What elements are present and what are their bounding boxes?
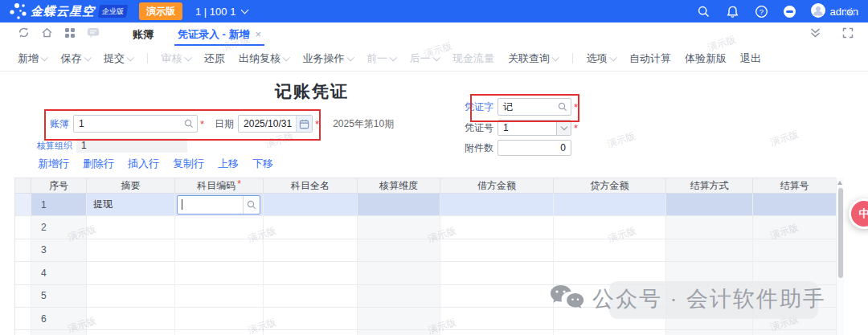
grid-cell-subject-name[interactable] <box>264 262 358 284</box>
grid-cell-dimension[interactable] <box>358 285 440 308</box>
home-icon[interactable] <box>41 27 53 42</box>
scrollbar-thumb[interactable] <box>838 188 843 278</box>
toolbar-button-restore[interactable]: 还原 <box>204 51 225 66</box>
grid-cell-subject-name[interactable] <box>264 330 358 335</box>
scroll-up-arrow-icon[interactable] <box>837 181 842 185</box>
sync-icon[interactable] <box>18 27 30 42</box>
attachments-input[interactable]: 0 <box>497 140 571 156</box>
search-icon[interactable] <box>697 5 710 18</box>
grid-cell-debit[interactable] <box>440 239 554 262</box>
grid-cell-subject-code[interactable] <box>175 330 264 335</box>
voucher-no-input[interactable]: 1 <box>497 120 571 136</box>
toolbar-button-business-ops[interactable]: 业务操作 <box>303 51 354 66</box>
grid-cell-seq[interactable]: 7 <box>31 330 87 335</box>
grid-cell-seq[interactable]: 4 <box>31 262 87 284</box>
toolbar-button-auto-calc[interactable]: 自动计算 <box>629 51 671 66</box>
grid-cell-subject-code[interactable] <box>175 308 264 330</box>
grid-cell-debit[interactable] <box>440 330 554 335</box>
grid-cell-dimension[interactable] <box>358 216 440 239</box>
grid-cell-dimension[interactable] <box>358 330 440 335</box>
grid-header-subject-code[interactable]: 科目编码* <box>175 178 264 194</box>
grid-cell-dimension[interactable] <box>358 308 440 330</box>
grid-cell-debit[interactable] <box>440 262 554 284</box>
grid-cell-subject-code[interactable] <box>175 262 264 284</box>
tab-voucher-entry[interactable]: 凭证录入 - 新增× <box>166 22 273 46</box>
grid-cell-summary[interactable] <box>87 239 175 262</box>
grid-cell-debit[interactable] <box>440 285 554 308</box>
row-action-move-down[interactable]: 下移 <box>252 157 273 171</box>
toolbar-button-exit[interactable]: 退出 <box>740 51 761 66</box>
grid-cell-settle-no[interactable] <box>753 194 837 216</box>
grid-cell-seq[interactable]: 5 <box>31 285 87 308</box>
grid-cell-dimension[interactable] <box>358 262 440 284</box>
date-input[interactable]: 2025/10/31 <box>238 115 313 133</box>
grid-cell-settle-no[interactable] <box>753 216 837 239</box>
grid-cell-credit[interactable] <box>554 239 666 262</box>
grid-header-settle-no[interactable]: 结算号 <box>753 178 837 194</box>
row-action-add-row[interactable]: 新增行 <box>38 157 69 171</box>
grid-cell-settle-method[interactable] <box>666 194 753 216</box>
voucher-word-input[interactable]: 记 <box>497 98 571 116</box>
tab-close-icon[interactable]: × <box>256 29 262 39</box>
grid-cell-dimension[interactable] <box>358 239 440 262</box>
toolbar-button-submit[interactable]: 提交 <box>104 51 133 66</box>
grid-cell-subject-name[interactable] <box>264 216 358 239</box>
grid-cell-subject-name[interactable] <box>264 308 358 330</box>
grid-cell-summary[interactable] <box>87 330 175 335</box>
row-action-move-up[interactable]: 上移 <box>218 157 239 171</box>
grid-cell-settle-method[interactable] <box>666 216 753 239</box>
row-action-delete-row[interactable]: 删除行 <box>83 157 114 171</box>
grid-cell-dimension[interactable] <box>358 194 440 216</box>
book-input[interactable]: 1 <box>73 115 198 133</box>
grid-cell-settle-no[interactable] <box>753 330 837 335</box>
grid-cell-settle-no[interactable] <box>753 239 837 262</box>
grid-header-summary[interactable]: 摘要 <box>87 178 175 194</box>
grid-cell-summary[interactable] <box>87 308 175 330</box>
search-icon[interactable] <box>555 99 571 115</box>
toolbar-button-prev[interactable]: 前一 <box>366 51 396 66</box>
apps-grid-icon[interactable] <box>64 27 76 42</box>
grid-cell-seq[interactable]: 2 <box>31 216 87 239</box>
toolbar-button-audit[interactable]: 审核 <box>162 51 191 66</box>
search-icon[interactable] <box>243 196 260 214</box>
grid-cell-subject-name[interactable] <box>264 239 358 262</box>
grid-header-seq[interactable]: 序号 <box>31 178 87 194</box>
grid-cell-debit[interactable] <box>440 216 554 239</box>
grid-cell-seq[interactable]: 3 <box>31 239 87 262</box>
grid-cell-subject-code[interactable] <box>175 216 264 239</box>
toolbar-button-next[interactable]: 后一 <box>410 51 440 66</box>
grid-header-subject-name[interactable]: 科目全名 <box>264 178 358 194</box>
chevron-down-icon[interactable] <box>556 121 571 135</box>
grid-cell-seq[interactable]: 6 <box>31 308 87 330</box>
toolbar-button-save[interactable]: 保存 <box>61 51 91 66</box>
help-icon[interactable]: ? <box>755 5 768 18</box>
calendar-icon[interactable] <box>296 116 312 132</box>
grid-cell-subject-name[interactable] <box>264 194 358 216</box>
grid-cell-subject-code[interactable] <box>175 194 264 216</box>
grid-header-credit[interactable]: 贷方金额 <box>554 178 666 194</box>
grid-cell-debit[interactable] <box>440 194 554 216</box>
grid-cell-summary[interactable] <box>87 216 175 239</box>
tab-book[interactable]: 账簿 <box>121 22 166 46</box>
toolbar-button-options[interactable]: 选项 <box>587 51 616 66</box>
toolbar-button-try-new-version[interactable]: 体验新版 <box>685 51 727 66</box>
grid-cell-credit[interactable] <box>554 216 666 239</box>
toolbar-button-cashier-review[interactable]: 出纳复核 <box>239 51 289 66</box>
grid-cell-settle-method[interactable] <box>666 330 753 335</box>
grid-cell-subject-code[interactable] <box>175 285 264 308</box>
notification-bell-icon[interactable] <box>726 5 739 18</box>
grid-header-dimension[interactable]: 核算维度 <box>358 178 440 194</box>
grid-cell-summary[interactable] <box>87 285 175 308</box>
settings-gear-icon[interactable] <box>843 6 857 22</box>
grid-cell-seq[interactable]: 1 <box>31 194 87 216</box>
search-icon[interactable] <box>181 116 197 132</box>
message-bubble-icon[interactable] <box>87 27 100 42</box>
fullscreen-icon[interactable] <box>842 27 854 42</box>
grid-cell-summary[interactable] <box>87 262 175 284</box>
grid-cell-summary[interactable]: 提现 <box>87 194 175 216</box>
subject-code-input[interactable] <box>177 195 260 214</box>
grid-cell-credit[interactable] <box>554 330 666 335</box>
grid-header-settle-method[interactable]: 结算方式 <box>666 178 753 194</box>
grid-cell-credit[interactable] <box>554 194 666 216</box>
row-action-copy-row[interactable]: 复制行 <box>173 157 204 171</box>
